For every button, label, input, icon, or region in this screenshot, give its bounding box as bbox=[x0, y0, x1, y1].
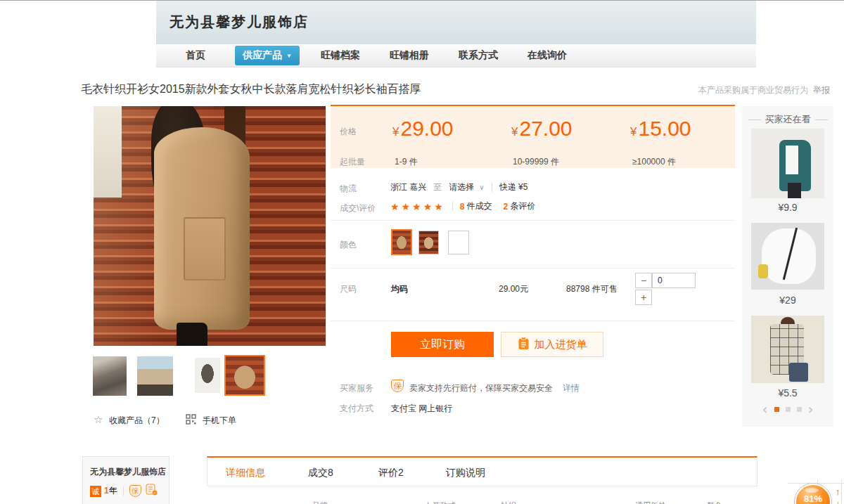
chevron-down-icon[interactable]: ∨ bbox=[479, 183, 484, 191]
tab-reviews[interactable]: 评价2 bbox=[378, 467, 404, 479]
color-swatch-1-selected[interactable] bbox=[391, 229, 412, 255]
moq-tier-1: 1-9 件 bbox=[395, 156, 418, 168]
review-count-link[interactable]: 2 bbox=[503, 202, 508, 212]
logistics-to: 至 bbox=[433, 181, 442, 193]
related-1-top bbox=[786, 146, 798, 175]
favorite-star-icon[interactable]: ☆ bbox=[94, 413, 103, 426]
related-product-2-image[interactable] bbox=[751, 223, 824, 290]
report-link[interactable]: 举报 bbox=[813, 84, 830, 96]
moq-tier-2: 10-99999 件 bbox=[513, 156, 559, 168]
moq-label: 起批量 bbox=[340, 156, 365, 168]
clipped-detail-text: 适用年龄 bbox=[635, 500, 666, 504]
scroll-down-arrow-icon[interactable]: ↓ bbox=[836, 498, 840, 504]
size-label: 尺码 bbox=[340, 283, 357, 295]
divider bbox=[123, 486, 124, 496]
clipped-detail-text: 品牌 bbox=[312, 500, 328, 504]
years-suffix: 年 bbox=[109, 486, 117, 496]
store-info-card: 无为县馨梦儿服饰店 诚 1年 保 bbox=[82, 456, 170, 504]
mobile-order-label[interactable]: 手机下单 bbox=[203, 415, 236, 427]
divider bbox=[452, 202, 453, 211]
logistics-row: 浙江 嘉兴 至 请选择 ∨ 快递 ¥5 bbox=[390, 181, 528, 193]
related-product-1-price: ¥9.9 bbox=[742, 202, 833, 213]
size-value: 均码 bbox=[391, 283, 408, 295]
page: 无为县馨梦儿服饰店 首页 供应产品 ▼ 旺铺档案 旺铺相册 联系方式 在线询价 … bbox=[0, 0, 844, 504]
order-now-button[interactable]: 立即订购 bbox=[391, 332, 494, 357]
nav-products-label: 供应产品 bbox=[243, 49, 282, 62]
sidebar-carousel: ‹ › bbox=[742, 404, 833, 414]
related-1-pants bbox=[788, 183, 801, 198]
color-swatch-2[interactable] bbox=[418, 231, 439, 254]
quantity-input[interactable] bbox=[652, 273, 696, 288]
related-product-1-image[interactable] bbox=[751, 129, 824, 198]
tab-order-notes[interactable]: 订购说明 bbox=[446, 467, 485, 479]
photo-model-legs bbox=[177, 323, 207, 346]
price-tier-1: ¥ 29.00 bbox=[392, 117, 454, 141]
carousel-next-icon[interactable]: › bbox=[808, 404, 814, 414]
price-value-3: 15.00 bbox=[638, 117, 691, 141]
currency-symbol: ¥ bbox=[392, 125, 399, 139]
star-rating-icons: ★★★★★ bbox=[390, 201, 445, 212]
photo-coat-pocket bbox=[184, 217, 226, 280]
nav-home[interactable]: 首页 bbox=[186, 49, 205, 62]
store-banner: 无为县馨梦儿服饰店 bbox=[156, 1, 756, 44]
clipped-detail-text: 颜色 bbox=[707, 500, 722, 504]
thumbnail-4-selected[interactable] bbox=[224, 355, 265, 396]
price-value-1: 29.00 bbox=[400, 117, 453, 141]
thumbnail-3[interactable] bbox=[195, 358, 220, 393]
quantity-minus-button[interactable]: − bbox=[635, 273, 652, 288]
service-detail-link[interactable]: 详情 bbox=[563, 382, 580, 394]
store-navbar: 首页 供应产品 ▼ 旺铺档案 旺铺相册 联系方式 在线询价 bbox=[156, 44, 756, 67]
price-label: 价格 bbox=[340, 126, 357, 138]
color-swatch-3[interactable] bbox=[448, 231, 469, 254]
divider bbox=[492, 183, 492, 192]
buyer-service-label: 买家服务 bbox=[340, 382, 373, 394]
related-3-jeans bbox=[789, 363, 808, 382]
thumbnail-1[interactable] bbox=[93, 356, 127, 396]
scroll-percent-badge[interactable]: 81% bbox=[795, 484, 831, 504]
divider bbox=[331, 268, 735, 269]
quantity-plus-button[interactable]: + bbox=[635, 290, 652, 305]
price-tier-2: ¥ 27.00 bbox=[511, 117, 573, 141]
carousel-dot-3[interactable] bbox=[797, 407, 802, 412]
deal-rating-row: ★★★★★ 8 件成交 2 条评价 bbox=[390, 200, 535, 212]
carousel-dot-2[interactable] bbox=[786, 407, 791, 412]
shield-icon: 保 bbox=[129, 485, 141, 497]
add-to-cart-button[interactable]: 加入进货单 bbox=[501, 332, 603, 357]
express-fee: 快递 ¥5 bbox=[499, 181, 528, 193]
nav-archive[interactable]: 旺铺档案 bbox=[321, 49, 360, 62]
store-card-name[interactable]: 无为县馨梦儿服饰店 bbox=[90, 466, 166, 478]
nav-inquiry[interactable]: 在线询价 bbox=[528, 49, 567, 62]
tab-detail-info[interactable]: 详细信息 bbox=[226, 467, 265, 479]
nav-album[interactable]: 旺铺相册 bbox=[390, 49, 429, 62]
logistics-origin: 浙江 嘉兴 bbox=[390, 181, 426, 193]
destination-select[interactable]: 请选择 bbox=[449, 181, 474, 193]
clipboard-icon bbox=[518, 337, 530, 352]
sidebar-title: 买家还在看 bbox=[742, 113, 833, 126]
nav-contact[interactable]: 联系方式 bbox=[459, 49, 498, 62]
nav-products[interactable]: 供应产品 ▼ bbox=[235, 46, 300, 65]
scroll-up-arrow-icon[interactable]: ↑ bbox=[836, 486, 840, 497]
qr-code-icon[interactable] bbox=[186, 414, 196, 427]
price-value-2: 27.00 bbox=[519, 117, 572, 141]
product-main-image[interactable] bbox=[94, 106, 326, 346]
size-unit-price: 29.00元 bbox=[499, 283, 528, 295]
detail-tab-bar: 详细信息 成交8 评价2 订购说明 bbox=[207, 456, 757, 486]
moq-tier-3: ≥100000 件 bbox=[632, 156, 676, 168]
divider bbox=[331, 321, 735, 321]
thumbnail-2[interactable] bbox=[137, 356, 173, 396]
color-label: 颜色 bbox=[340, 239, 357, 251]
carousel-prev-icon[interactable]: ‹ bbox=[762, 404, 768, 414]
contract-icon bbox=[146, 484, 158, 498]
divider bbox=[331, 220, 735, 221]
deal-count-link[interactable]: 8 bbox=[460, 202, 465, 212]
price-tier-3: ¥ 15.00 bbox=[630, 117, 691, 141]
favorite-label[interactable]: 收藏产品（7） bbox=[109, 415, 165, 427]
tab-deals[interactable]: 成交8 bbox=[308, 467, 333, 479]
carousel-dot-1[interactable] bbox=[774, 407, 779, 412]
related-product-2-price: ¥29 bbox=[742, 295, 833, 306]
related-2-object bbox=[758, 264, 768, 278]
deal-suffix: 件成交 bbox=[466, 200, 492, 212]
product-title: 毛衣针织开衫女2015新款外套女秋中长款落肩宽松针织衫长袖百搭厚 bbox=[81, 82, 421, 97]
related-product-3-image[interactable] bbox=[751, 316, 824, 383]
clipped-detail-text: 女装款式 bbox=[425, 500, 456, 504]
